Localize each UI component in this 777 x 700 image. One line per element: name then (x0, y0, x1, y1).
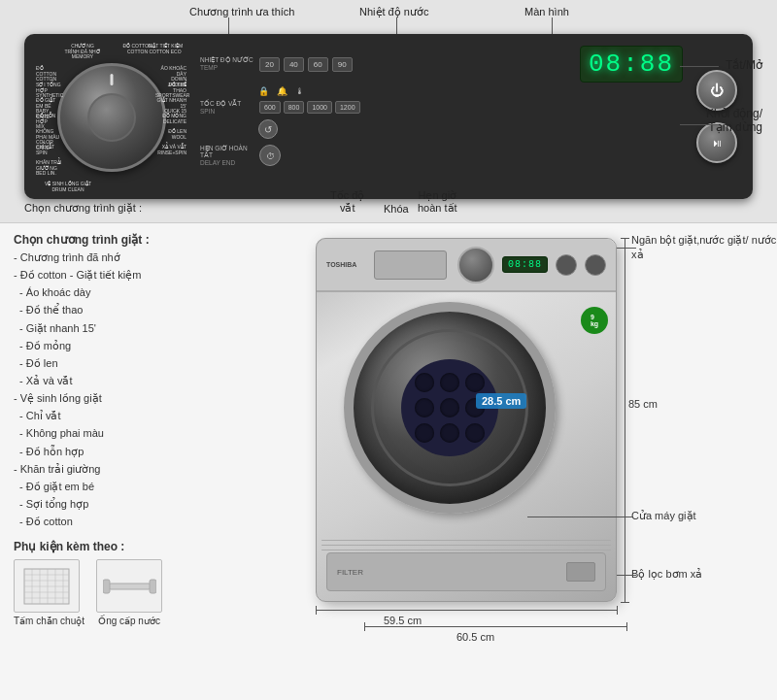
spin-1200[interactable]: 1200 (335, 101, 360, 114)
spin-label: TỐC ĐỘ VẮT (200, 100, 253, 108)
machine-display: 08:88 (502, 256, 548, 273)
program-section: Chọn chương trình giặt : - Chương trình … (14, 233, 273, 530)
label-cua-may-giat: Cửa máy giặt (631, 510, 696, 522)
accessory-ong-cap-nuoc: Ống cấp nước (96, 559, 162, 626)
dim-85: 85 cm (628, 398, 658, 410)
machine-dial[interactable] (457, 247, 494, 283)
label-ngan-bot-giat: Ngăn bột giặt,nước giặt/ nước xả (631, 233, 777, 263)
bell-icon: 🔔 (277, 86, 287, 96)
spin-800[interactable]: 800 (284, 101, 305, 114)
temp-40[interactable]: 40 (284, 57, 304, 72)
temp-20[interactable]: 20 (259, 57, 280, 72)
svg-rect-13 (150, 580, 156, 593)
label-bo-loc-bom-xa: Bộ lọc bơm xả (631, 568, 702, 581)
temp-label: NHIỆT ĐỘ NƯỚC (200, 56, 253, 64)
label-khoa: Khóa (384, 203, 409, 215)
digital-time-display: 08:88 (580, 46, 683, 83)
spin-600[interactable]: 600 (259, 101, 281, 114)
washing-machine-body: TOSHIBA 08:88 (316, 238, 617, 602)
machine-control-strip: TOSHIBA 08:88 (317, 239, 616, 292)
digital-display-panel: NHIỆT ĐỘ NƯỚC TEMP 20 40 60 90 08:88 🔒 🔔… (196, 42, 687, 192)
filter-panel: FILTER (326, 552, 606, 591)
power-icon: ⏻ (710, 83, 724, 98)
program-dial[interactable]: CHƯƠNG TRÌNH ĐÃ NHỚMEMORY ĐỒ COTTONCOTTO… (36, 42, 186, 192)
svg-rect-11 (108, 583, 152, 589)
spin-button[interactable]: ↺ (258, 119, 278, 139)
machine-button-2[interactable] (585, 254, 606, 276)
ong-cap-nuoc-label: Ống cấp nước (96, 616, 162, 626)
spin-1000[interactable]: 1000 (307, 101, 332, 114)
label-chuong-trinh-ua-thich: Chương trình ưa thích (189, 6, 294, 18)
detergent-drawer[interactable] (374, 250, 447, 280)
temp-icon: 🌡 (295, 86, 304, 96)
lock-icon: 🔒 (258, 86, 269, 96)
power-button[interactable]: ⏻ (696, 70, 737, 111)
accessories-title: Phụ kiện kèm theo : (14, 540, 273, 553)
program-title: Chọn chương trình giặt : (14, 233, 273, 247)
play-pause-icon: ⏯ (712, 137, 723, 149)
machine-button-1[interactable] (556, 254, 577, 276)
label-man-hinh: Màn hình (524, 6, 569, 17)
delay-label: HẸN GIỜ HOÀN TẤT (200, 145, 253, 160)
label-khoi-dong: Khởi động/ Tạm dừng (706, 107, 762, 134)
accessories-section: Phụ kiện kèm theo : (14, 540, 273, 626)
svg-rect-12 (103, 580, 110, 593)
label-hen-gio: Hẹn giờ hoàn tất (418, 189, 457, 215)
delay-button[interactable]: ⏱ (259, 145, 281, 166)
label-toc-do-vat: Tốc độ vắt (330, 189, 364, 215)
tam-chan-chuot-label: Tấm chắn chuột (14, 616, 84, 626)
program-list: - Chương trình đã nhớ - Đồ cotton - Giặt… (14, 249, 273, 530)
label-tat-mo: Tắt/Mở (726, 58, 762, 72)
dim-28-5: 28.5 cm (476, 393, 526, 409)
label-chon-chuong-trinh: Chọn chương trình giặt : (24, 202, 142, 215)
accessory-tam-chan-chuot: Tấm chắn chuột (14, 559, 84, 626)
temp-90[interactable]: 90 (332, 57, 353, 72)
temp-60[interactable]: 60 (308, 57, 328, 72)
dim-60-5: 60.5 cm (456, 631, 494, 643)
label-nhiet-do-nuoc: Nhiệt độ nước (359, 6, 428, 18)
dim-59-5: 59.5 cm (384, 615, 422, 626)
